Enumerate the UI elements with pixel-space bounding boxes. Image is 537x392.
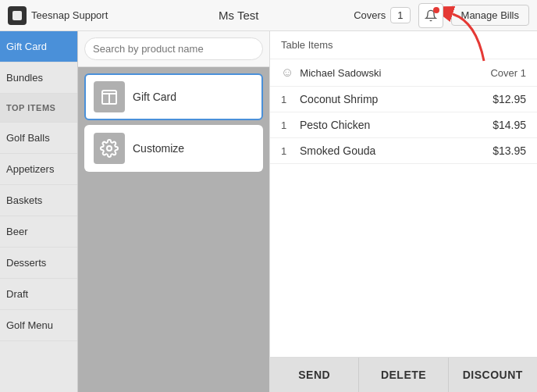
order-name-1: Pesto Chicken xyxy=(300,119,486,131)
app-icon xyxy=(8,6,27,25)
categories-sidebar: Gift Card Bundles TOP ITEMS Golf Balls A… xyxy=(0,31,78,392)
main-layout: Gift Card Bundles TOP ITEMS Golf Balls A… xyxy=(0,31,537,392)
session-title: Ms Test xyxy=(123,9,354,22)
product-icon-customize xyxy=(94,133,125,164)
customer-icon: ☺ xyxy=(281,66,293,80)
covers-label: Covers xyxy=(354,9,386,21)
send-button[interactable]: SEND xyxy=(270,358,359,392)
sidebar-item-golf-menu[interactable]: Golf Menu xyxy=(0,310,77,341)
delete-button[interactable]: DELETE xyxy=(359,358,448,392)
cover-label: Cover 1 xyxy=(490,67,526,79)
notifications-button[interactable] xyxy=(418,3,443,28)
svg-rect-1 xyxy=(12,11,22,20)
covers-info: Covers 1 xyxy=(354,7,410,23)
sidebar-item-appetizers[interactable]: Appetizers xyxy=(0,154,77,185)
order-qty-0: 1 xyxy=(281,94,293,105)
sidebar-item-top-items: TOP ITEMS xyxy=(0,94,77,123)
table-panel: Table Items ☺ Michael Sadowski Cover 1 1… xyxy=(269,31,537,392)
product-name-customize: Customize xyxy=(133,142,184,155)
sidebar-item-beer[interactable]: Beer xyxy=(0,216,77,248)
discount-button[interactable]: DISCOUNT xyxy=(449,358,537,392)
company-name: Teesnap Support xyxy=(31,9,108,21)
order-price-2: $13.95 xyxy=(493,144,526,157)
table-footer: SEND DELETE DISCOUNT xyxy=(270,357,537,392)
header: Teesnap Support Ms Test Covers 1 Manage … xyxy=(0,0,537,31)
search-input[interactable] xyxy=(84,37,263,60)
search-bar xyxy=(78,31,269,67)
product-list: Gift Card Customize xyxy=(78,67,269,178)
order-row-0[interactable]: 1 Coconut Shrimp $12.95 xyxy=(270,87,537,112)
order-qty-1: 1 xyxy=(281,119,293,131)
sidebar-item-golf-balls[interactable]: Golf Balls xyxy=(0,123,77,154)
sidebar-item-baskets[interactable]: Baskets xyxy=(0,185,77,216)
notification-dot xyxy=(433,7,439,13)
product-name-gift-card: Gift Card xyxy=(133,91,176,103)
logo-area: Teesnap Support xyxy=(8,6,108,25)
order-name-2: Smoked Gouda xyxy=(300,144,486,157)
svg-point-4 xyxy=(107,146,112,151)
order-qty-2: 1 xyxy=(281,145,293,157)
product-icon-gift-card xyxy=(94,81,125,112)
order-name-0: Coconut Shrimp xyxy=(300,93,486,105)
sidebar-item-draft[interactable]: Draft xyxy=(0,279,77,310)
covers-count: 1 xyxy=(390,7,410,23)
customer-name: Michael Sadowski xyxy=(300,67,484,79)
sidebar-item-desserts[interactable]: Desserts xyxy=(0,248,77,279)
products-panel: Gift Card Customize xyxy=(78,31,269,392)
sidebar-item-gift-card[interactable]: Gift Card xyxy=(0,31,77,62)
order-row-1[interactable]: 1 Pesto Chicken $14.95 xyxy=(270,112,537,138)
product-card-customize[interactable]: Customize xyxy=(84,125,263,172)
order-price-0: $12.95 xyxy=(493,93,526,105)
order-price-1: $14.95 xyxy=(493,119,526,131)
order-row-2[interactable]: 1 Smoked Gouda $13.95 xyxy=(270,138,537,164)
customer-row: ☺ Michael Sadowski Cover 1 xyxy=(270,59,537,87)
manage-bills-button[interactable]: Manage Bills xyxy=(451,5,529,26)
table-items-list: ☺ Michael Sadowski Cover 1 1 Coconut Shr… xyxy=(270,59,537,357)
table-header-label: Table Items xyxy=(270,31,537,59)
sidebar-item-bundles[interactable]: Bundles xyxy=(0,62,77,94)
product-card-gift-card[interactable]: Gift Card xyxy=(84,73,263,120)
